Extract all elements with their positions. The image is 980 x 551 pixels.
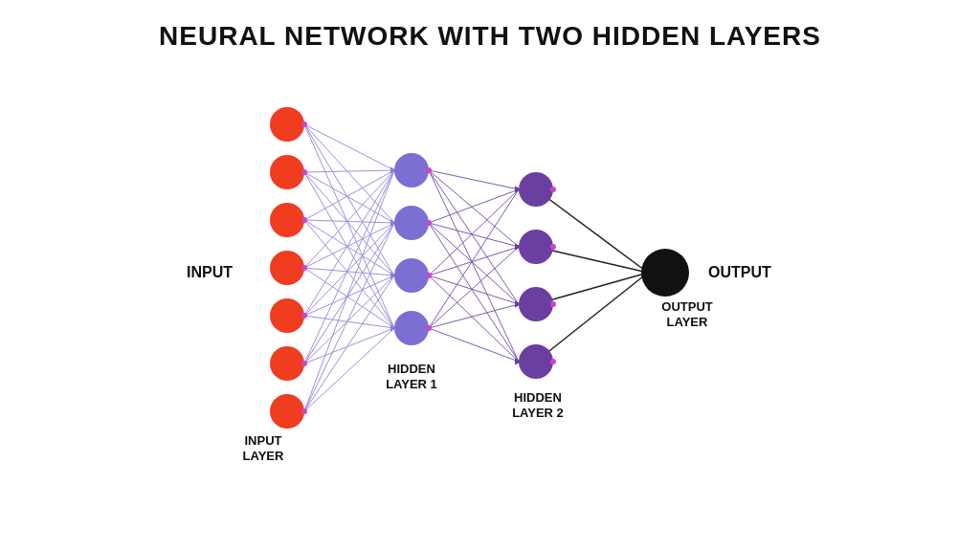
svg-line-47 bbox=[536, 273, 648, 362]
svg-point-86 bbox=[641, 249, 689, 297]
svg-line-6 bbox=[304, 172, 394, 276]
hidden2-layer bbox=[519, 172, 556, 379]
svg-point-57 bbox=[270, 155, 304, 189]
svg-point-85 bbox=[550, 359, 556, 364]
output-layer-label: OUTPUT bbox=[661, 299, 713, 314]
output-label: OUTPUT bbox=[708, 264, 771, 280]
svg-line-13 bbox=[304, 223, 394, 268]
svg-line-4 bbox=[304, 170, 394, 172]
svg-point-75 bbox=[426, 220, 432, 226]
svg-line-27 bbox=[304, 328, 394, 411]
svg-point-71 bbox=[394, 206, 429, 240]
svg-line-37 bbox=[429, 247, 519, 276]
input-layer-label: INPUT bbox=[245, 433, 282, 448]
svg-point-76 bbox=[426, 273, 432, 278]
hidden2-label2: LAYER 2 bbox=[512, 406, 564, 420]
svg-line-36 bbox=[429, 189, 519, 276]
svg-line-5 bbox=[304, 172, 394, 223]
neural-network-diagram: INPUT INPUT LAYER HIDDEN LAYER 1 HIDDEN … bbox=[0, 0, 980, 551]
svg-point-73 bbox=[394, 311, 429, 345]
svg-point-63 bbox=[301, 121, 307, 127]
svg-point-83 bbox=[550, 244, 556, 250]
svg-point-82 bbox=[550, 187, 556, 192]
svg-point-72 bbox=[394, 258, 429, 293]
svg-point-66 bbox=[301, 265, 307, 271]
svg-point-74 bbox=[426, 167, 432, 173]
svg-point-79 bbox=[519, 230, 553, 264]
svg-line-30 bbox=[429, 170, 519, 304]
svg-line-38 bbox=[429, 276, 519, 304]
svg-point-81 bbox=[519, 344, 553, 379]
svg-point-61 bbox=[270, 346, 304, 381]
svg-point-69 bbox=[301, 408, 307, 414]
svg-point-78 bbox=[519, 172, 553, 207]
svg-point-70 bbox=[394, 153, 429, 187]
svg-point-64 bbox=[301, 169, 307, 175]
svg-point-80 bbox=[519, 287, 553, 321]
svg-point-84 bbox=[550, 301, 556, 307]
svg-point-60 bbox=[270, 298, 304, 333]
svg-line-32 bbox=[429, 189, 519, 223]
svg-point-68 bbox=[301, 361, 307, 366]
svg-line-46 bbox=[536, 273, 648, 304]
svg-point-67 bbox=[301, 313, 307, 319]
hidden2-label: HIDDEN bbox=[514, 390, 562, 405]
svg-line-9 bbox=[304, 220, 394, 223]
svg-point-77 bbox=[426, 325, 432, 331]
svg-line-39 bbox=[429, 276, 519, 362]
hidden1-layer bbox=[394, 153, 432, 345]
svg-line-28 bbox=[429, 170, 519, 189]
svg-line-1 bbox=[304, 124, 394, 223]
output-layer bbox=[641, 249, 689, 297]
svg-point-62 bbox=[270, 394, 304, 429]
svg-point-65 bbox=[301, 217, 307, 223]
input-layer bbox=[270, 107, 307, 429]
svg-line-24 bbox=[304, 170, 394, 411]
svg-point-56 bbox=[270, 107, 304, 142]
hidden1-label2: LAYER 1 bbox=[386, 377, 437, 391]
hidden1-label: HIDDEN bbox=[388, 362, 435, 376]
svg-point-59 bbox=[270, 251, 304, 285]
svg-point-58 bbox=[270, 203, 304, 237]
main-canvas: NEURAL NETWORK WITH TWO HIDDEN LAYERS bbox=[0, 0, 980, 551]
input-layer-label2: LAYER bbox=[243, 449, 284, 463]
input-label: INPUT bbox=[187, 264, 233, 280]
output-layer-label2: LAYER bbox=[667, 315, 708, 329]
